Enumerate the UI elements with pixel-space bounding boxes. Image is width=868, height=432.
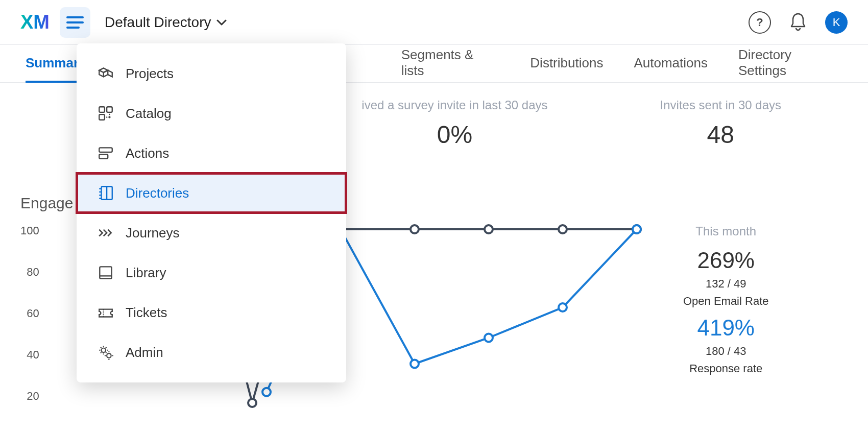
nav-item-tickets[interactable]: Tickets xyxy=(77,293,346,332)
chart-y-axis: 100 80 60 40 20 xyxy=(20,224,44,403)
nav-item-catalog[interactable]: Catalog xyxy=(77,93,346,133)
y-tick: 100 xyxy=(20,224,39,237)
catalog-icon xyxy=(97,105,114,122)
nav-item-admin[interactable]: Admin xyxy=(77,332,346,372)
svg-rect-17 xyxy=(107,107,112,112)
svg-rect-23 xyxy=(99,154,108,159)
tickets-icon xyxy=(97,304,114,321)
svg-point-34 xyxy=(107,353,111,358)
open-email-rate-ratio: 132 / 49 xyxy=(662,277,790,291)
open-email-rate-pct: 269% xyxy=(662,248,790,273)
global-nav-menu: ProjectsCatalogActionsDirectoriesJourney… xyxy=(77,43,346,382)
svg-point-10 xyxy=(262,388,271,396)
svg-point-14 xyxy=(559,303,567,311)
y-tick: 80 xyxy=(20,266,39,279)
nav-item-label: Directories xyxy=(126,185,189,201)
open-email-rate-label: Open Email Rate xyxy=(662,295,790,308)
svg-point-20 xyxy=(109,114,110,115)
svg-point-6 xyxy=(411,225,419,233)
directory-selector[interactable]: Default Directory xyxy=(105,14,227,31)
svg-point-15 xyxy=(633,225,641,233)
help-button[interactable]: ? xyxy=(749,11,771,34)
hamburger-icon xyxy=(66,16,84,29)
hamburger-menu-button[interactable] xyxy=(60,7,90,38)
tab-automations[interactable]: Automations xyxy=(634,45,708,83)
stat-survey-invite: ived a survey invite in last 30 days 0% xyxy=(361,98,547,149)
nav-item-label: Library xyxy=(126,265,166,281)
tab-directory-settings[interactable]: Directory Settings xyxy=(738,45,842,83)
svg-rect-18 xyxy=(99,114,105,120)
response-rate-label: Response rate xyxy=(662,362,790,375)
tab-distributions[interactable]: Distributions xyxy=(530,45,603,83)
actions-icon xyxy=(97,145,114,162)
nav-item-label: Actions xyxy=(126,146,169,161)
svg-point-8 xyxy=(559,225,567,233)
y-tick: 60 xyxy=(20,307,39,320)
svg-rect-30 xyxy=(100,267,111,278)
nav-item-label: Admin xyxy=(126,345,163,361)
nav-item-label: Tickets xyxy=(126,305,167,321)
stat-invites-sent-label: Invites sent in 30 days xyxy=(660,98,781,112)
nav-item-label: Projects xyxy=(126,66,174,82)
stat-survey-invite-value: 0% xyxy=(361,121,547,149)
journeys-icon xyxy=(97,224,114,242)
svg-rect-22 xyxy=(99,148,112,152)
svg-point-13 xyxy=(485,334,493,342)
directory-name-label: Default Directory xyxy=(105,14,211,31)
nav-item-directories[interactable]: Directories xyxy=(77,173,346,213)
svg-point-19 xyxy=(108,116,110,118)
bell-icon xyxy=(789,12,807,31)
xm-logo: XM xyxy=(20,11,50,33)
period-label: This month xyxy=(662,224,790,238)
chevron-down-icon xyxy=(216,19,227,26)
response-rate-ratio: 180 / 43 xyxy=(662,345,790,358)
nav-item-label: Catalog xyxy=(126,106,172,122)
admin-icon xyxy=(97,344,114,361)
stat-invites-sent-value: 48 xyxy=(660,121,781,149)
notifications-button[interactable] xyxy=(789,12,807,33)
topbar: XM Default Directory ? K xyxy=(0,0,868,45)
nav-item-journeys[interactable]: Journeys xyxy=(77,213,346,253)
y-tick: 20 xyxy=(20,390,39,403)
response-rate-pct: 419% xyxy=(662,315,790,341)
topbar-right: ? K xyxy=(749,11,848,34)
nav-item-projects[interactable]: Projects xyxy=(77,54,346,93)
tab-segments-lists[interactable]: Segments & lists xyxy=(401,45,500,83)
nav-item-label: Journeys xyxy=(126,225,180,241)
y-tick: 40 xyxy=(20,348,39,362)
avatar-initial: K xyxy=(833,16,840,29)
svg-point-3 xyxy=(248,399,256,407)
svg-point-33 xyxy=(102,348,106,353)
help-icon: ? xyxy=(756,16,763,29)
chart-side-stats: This month 269% 132 / 49 Open Email Rate… xyxy=(647,224,790,413)
svg-rect-16 xyxy=(99,107,105,112)
svg-point-21 xyxy=(106,116,108,118)
library-icon xyxy=(97,264,114,281)
svg-point-12 xyxy=(411,360,419,368)
nav-item-actions[interactable]: Actions xyxy=(77,133,346,173)
directories-icon xyxy=(97,184,114,202)
user-avatar[interactable]: K xyxy=(825,11,848,34)
nav-item-library[interactable]: Library xyxy=(77,253,346,293)
projects-icon xyxy=(97,65,114,82)
stat-survey-invite-label: ived a survey invite in last 30 days xyxy=(361,98,547,112)
stat-invites-sent: Invites sent in 30 days 48 xyxy=(660,98,781,149)
svg-point-7 xyxy=(485,225,493,233)
